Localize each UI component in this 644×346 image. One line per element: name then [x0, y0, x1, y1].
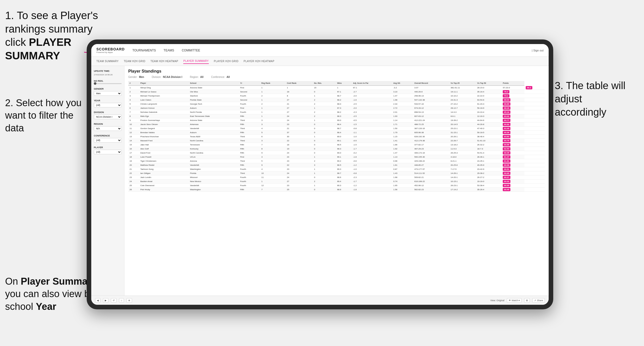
cell-19-1: Matthew Riedel [139, 163, 189, 167]
cell-7-0: 8 [128, 114, 139, 118]
gender-select[interactable]: Men [94, 91, 122, 96]
cell-14-5: 18 [286, 143, 313, 147]
subnav-player-summary[interactable]: PLAYER SUMMARY [183, 59, 209, 64]
cell-9-6: 0 [313, 122, 336, 127]
cell-11-2: Auburn [189, 131, 239, 135]
conference-select[interactable]: (All) [94, 138, 122, 143]
cell-25-6: 0 [313, 188, 336, 192]
table-row: 15Jake HallTennesseeFifth718068.5-1.51.6… [128, 143, 545, 147]
subnav-team-h2h-heatmap[interactable]: TEAM H2H HEATMAP [150, 59, 178, 64]
filter-gender: Gender: Men [128, 76, 144, 78]
cell-0-3: First [239, 86, 260, 90]
toolbar-forward[interactable]: ▶ [103, 298, 108, 303]
nav-teams[interactable]: TEAMS [164, 48, 174, 53]
nav-committee[interactable]: COMMITTEE [182, 48, 200, 53]
toolbar-share[interactable]: ↗ Share [532, 298, 545, 303]
cell-8-1: Preston Summerhays [139, 118, 189, 122]
cell-4-8: -2.5 [352, 102, 392, 106]
subnav-team-summary[interactable]: TEAM SUMMARY [96, 59, 119, 64]
cell-3-4: 1 [260, 98, 286, 102]
cell-10-13: 63.49 [501, 127, 524, 131]
table-row: 14Maxwell FordNorth CarolinaThird322069.… [128, 139, 545, 143]
table-row: 6Jackson KoivunAuburnFirst127167.3-2.02.… [128, 106, 545, 110]
cell-1-7: 67.1 [336, 90, 352, 94]
cell-21-2: Florida [189, 171, 239, 175]
cell-23-4: 1 [260, 179, 286, 184]
nav-tournaments[interactable]: TOURNAMENTS [132, 48, 156, 53]
cell-14-13: 60.55 [501, 143, 524, 147]
cell-15-8: -1.7 [352, 147, 392, 151]
cell-1-11: 19-11-1 [449, 90, 476, 94]
region-select[interactable]: N/A [94, 126, 122, 131]
cell-13-0: 14 [128, 139, 139, 143]
cell-4-3: Fourth [239, 102, 260, 106]
cell-10-0: 11 [128, 127, 139, 131]
cell-16-11: 26-25-3 [449, 151, 476, 155]
cell-22-5: 24 [286, 175, 313, 179]
subnav-player-h2h-grid[interactable]: PLAYER H2H GRID [214, 59, 239, 64]
col-wins: Wins [336, 81, 352, 86]
col-overall: Overall Record [413, 81, 449, 86]
table-row: 22Ian GilliganFloridaThird1024168.7-0.81… [128, 171, 545, 175]
cell-7-4: 1 [260, 114, 286, 118]
cell-13-7: 69.1 [336, 139, 352, 143]
cell-6-12: 24-10-4 [476, 110, 502, 114]
toolbar-home[interactable]: ⌂ [119, 298, 124, 303]
cell-10-8: -0.8 [352, 127, 392, 131]
cell-8-5: 24 [286, 118, 313, 122]
sidebar-year: Year (All) [94, 99, 122, 107]
player-label: Player [94, 146, 122, 149]
cell-14-11: 13-18-2 [449, 143, 476, 147]
toolbar-back[interactable]: ◀ [95, 298, 100, 303]
year-select[interactable]: (All) [94, 103, 122, 107]
cell-20-9: 0.87 [392, 167, 413, 171]
cell-11-11: 31-15-1 [449, 131, 476, 135]
toolbar-export[interactable]: ⊞ [524, 298, 530, 303]
toolbar-refresh[interactable]: ↺ [111, 298, 117, 303]
cell-23-0: 24 [128, 179, 139, 184]
table-row: 16Alex GoffKentuckyFifth819068.3-1.71.92… [128, 147, 545, 151]
cell-21-9: 1.43 [392, 171, 413, 175]
table-row: 23Jack LundinMissouriFourth1124068.6-2.3… [128, 175, 545, 179]
col-vs-top25: Vs Top 25 [449, 81, 476, 86]
cell-13-8: -0.5 [352, 139, 392, 143]
cell-6-10: 898-54-13 [413, 110, 449, 114]
table-body: 1Wenyi DingArizona StateFirst1115167.1-3… [128, 86, 545, 192]
cell-25-3: Fifth [239, 188, 260, 192]
col-avg-sg: Avg SG [392, 81, 413, 86]
cell-1-4: 1 [260, 90, 286, 94]
tablet-frame: SCOREBOARD Powered by dippa TOURNAMENTS … [87, 39, 553, 309]
cell-15-1: Alex Goff [139, 147, 189, 151]
cell-18-12: 24-45-1 [476, 159, 502, 163]
cell-9-1: Jacob Skov Olesen [139, 122, 189, 127]
cell-1-6: 0 [313, 90, 336, 94]
no-rds-label: No Rds. [94, 80, 122, 82]
cell-5-13: 68.18 [501, 106, 524, 110]
subnav-team-h2h-grid[interactable]: TEAM H2H GRID [124, 59, 146, 64]
cell-4-7: 68.0 [336, 102, 352, 106]
logo: SCOREBOARD Powered by dippa [96, 47, 125, 53]
cell-15-0: 16 [128, 147, 139, 151]
nav-sign-out[interactable]: | Sign out [532, 49, 544, 52]
cell-24-4: 12 [260, 184, 286, 188]
update-time-value: 27/03/2024 16:56:26 [94, 74, 112, 76]
cell-2-10: 258-96-13 [413, 94, 449, 98]
division-select[interactable]: NCAA Division I [94, 115, 122, 119]
instruction-bottom-year: Year [36, 301, 56, 312]
cell-24-9: 1.65 [392, 184, 413, 188]
player-select[interactable]: (All) [94, 150, 122, 154]
no-rds-slider[interactable] [94, 83, 122, 84]
cell-12-8: -1.0 [352, 135, 392, 139]
sidebar-division: Division NCAA Division I [94, 111, 122, 119]
cell-10-6: 0 [313, 127, 336, 131]
standings-title: Player Standings [128, 69, 545, 74]
toolbar-watch[interactable]: 👁 Watch ▾ [507, 298, 522, 303]
cell-17-5: 24 [286, 155, 313, 159]
cell-23-8: -1.7 [352, 179, 392, 184]
subnav-player-h2h-heatmap[interactable]: PLAYER H2H HEATMAP [244, 59, 275, 64]
cell-25-9: 1.56 [392, 188, 413, 192]
cell-17-7: 69.1 [336, 155, 352, 159]
cell-18-9: 0.96 [392, 159, 413, 163]
toolbar-zoom[interactable]: ⊕ [126, 298, 132, 303]
table-row: 17David FordNorth CarolinaFifth924069.0-… [128, 151, 545, 155]
